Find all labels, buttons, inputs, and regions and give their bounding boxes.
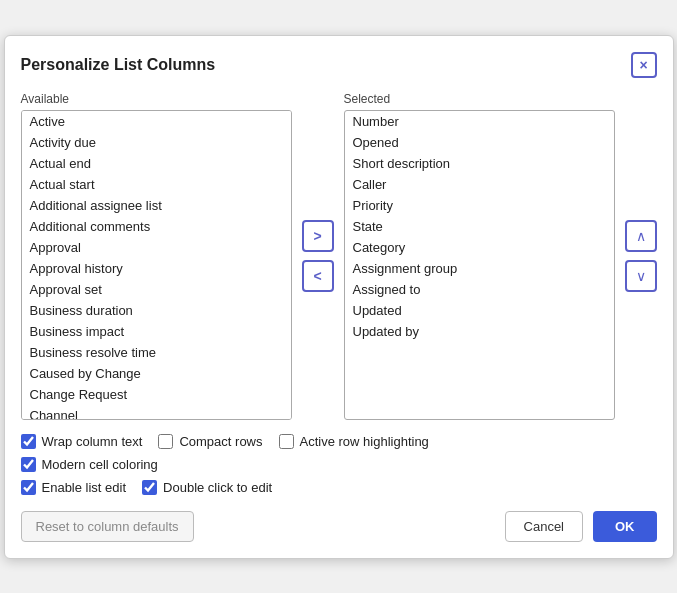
available-label: Available bbox=[21, 92, 292, 106]
available-list[interactable]: ActiveActivity dueActual endActual start… bbox=[21, 110, 292, 420]
double-click-edit-item[interactable]: Double click to edit bbox=[142, 480, 272, 495]
dialog-title: Personalize List Columns bbox=[21, 56, 216, 74]
close-button[interactable]: × bbox=[631, 52, 657, 78]
wrap-column-text-checkbox[interactable] bbox=[21, 434, 36, 449]
list-item[interactable]: Activity due bbox=[22, 132, 291, 153]
list-item[interactable]: Category bbox=[345, 237, 614, 258]
move-right-button[interactable]: > bbox=[302, 220, 334, 252]
wrap-column-text-item[interactable]: Wrap column text bbox=[21, 434, 143, 449]
list-item[interactable]: Opened bbox=[345, 132, 614, 153]
list-item[interactable]: Caused by Change bbox=[22, 363, 291, 384]
list-item[interactable]: Additional comments bbox=[22, 216, 291, 237]
active-row-highlighting-item[interactable]: Active row highlighting bbox=[279, 434, 429, 449]
list-item[interactable]: Active bbox=[22, 111, 291, 132]
list-item[interactable]: Number bbox=[345, 111, 614, 132]
checkboxes-area: Wrap column text Compact rows Active row… bbox=[21, 434, 657, 495]
list-item[interactable]: Updated bbox=[345, 300, 614, 321]
list-item[interactable]: Caller bbox=[345, 174, 614, 195]
transfer-buttons: > < bbox=[302, 220, 334, 292]
modern-cell-coloring-checkbox[interactable] bbox=[21, 457, 36, 472]
list-item[interactable]: Assignment group bbox=[345, 258, 614, 279]
selected-label: Selected bbox=[344, 92, 615, 106]
list-item[interactable]: Approval set bbox=[22, 279, 291, 300]
order-buttons: ∧ ∨ bbox=[625, 220, 657, 292]
list-item[interactable]: Approval bbox=[22, 237, 291, 258]
list-item[interactable]: Approval history bbox=[22, 258, 291, 279]
dialog-footer: Reset to column defaults Cancel OK bbox=[21, 511, 657, 542]
footer-right: Cancel OK bbox=[505, 511, 657, 542]
selected-section: Selected NumberOpenedShort descriptionCa… bbox=[344, 92, 615, 420]
compact-rows-checkbox[interactable] bbox=[158, 434, 173, 449]
cancel-button[interactable]: Cancel bbox=[505, 511, 583, 542]
list-item[interactable]: Priority bbox=[345, 195, 614, 216]
selected-list[interactable]: NumberOpenedShort descriptionCallerPrior… bbox=[344, 110, 615, 420]
modern-cell-coloring-item[interactable]: Modern cell coloring bbox=[21, 457, 158, 472]
list-item[interactable]: Business resolve time bbox=[22, 342, 291, 363]
list-item[interactable]: Business duration bbox=[22, 300, 291, 321]
list-item[interactable]: Actual end bbox=[22, 153, 291, 174]
move-up-button[interactable]: ∧ bbox=[625, 220, 657, 252]
wrap-column-text-label: Wrap column text bbox=[42, 434, 143, 449]
list-item[interactable]: Additional assignee list bbox=[22, 195, 291, 216]
list-item[interactable]: Short description bbox=[345, 153, 614, 174]
available-section: Available ActiveActivity dueActual endAc… bbox=[21, 92, 292, 420]
list-item[interactable]: State bbox=[345, 216, 614, 237]
list-item[interactable]: Business impact bbox=[22, 321, 291, 342]
enable-list-edit-item[interactable]: Enable list edit bbox=[21, 480, 127, 495]
active-row-highlighting-label: Active row highlighting bbox=[300, 434, 429, 449]
double-click-to-edit-checkbox[interactable] bbox=[142, 480, 157, 495]
compact-rows-label: Compact rows bbox=[179, 434, 262, 449]
move-left-button[interactable]: < bbox=[302, 260, 334, 292]
available-list-items: ActiveActivity dueActual endActual start… bbox=[22, 111, 291, 420]
checkbox-row-2: Modern cell coloring bbox=[21, 457, 657, 472]
dialog-header: Personalize List Columns × bbox=[21, 52, 657, 78]
list-item[interactable]: Updated by bbox=[345, 321, 614, 342]
compact-rows-item[interactable]: Compact rows bbox=[158, 434, 262, 449]
double-click-to-edit-label: Double click to edit bbox=[163, 480, 272, 495]
columns-area: Available ActiveActivity dueActual endAc… bbox=[21, 92, 657, 420]
list-item[interactable]: Actual start bbox=[22, 174, 291, 195]
ok-button[interactable]: OK bbox=[593, 511, 657, 542]
list-item[interactable]: Assigned to bbox=[345, 279, 614, 300]
move-down-button[interactable]: ∨ bbox=[625, 260, 657, 292]
personalize-list-columns-dialog: Personalize List Columns × Available Act… bbox=[4, 35, 674, 559]
checkbox-row-3: Enable list edit Double click to edit bbox=[21, 480, 657, 495]
modern-cell-coloring-label: Modern cell coloring bbox=[42, 457, 158, 472]
selected-list-items: NumberOpenedShort descriptionCallerPrior… bbox=[345, 111, 614, 342]
list-item[interactable]: Channel bbox=[22, 405, 291, 420]
active-row-highlighting-checkbox[interactable] bbox=[279, 434, 294, 449]
reset-button[interactable]: Reset to column defaults bbox=[21, 511, 194, 542]
list-item[interactable]: Change Request bbox=[22, 384, 291, 405]
enable-list-edit-label: Enable list edit bbox=[42, 480, 127, 495]
checkbox-row-1: Wrap column text Compact rows Active row… bbox=[21, 434, 657, 449]
enable-list-edit-checkbox[interactable] bbox=[21, 480, 36, 495]
